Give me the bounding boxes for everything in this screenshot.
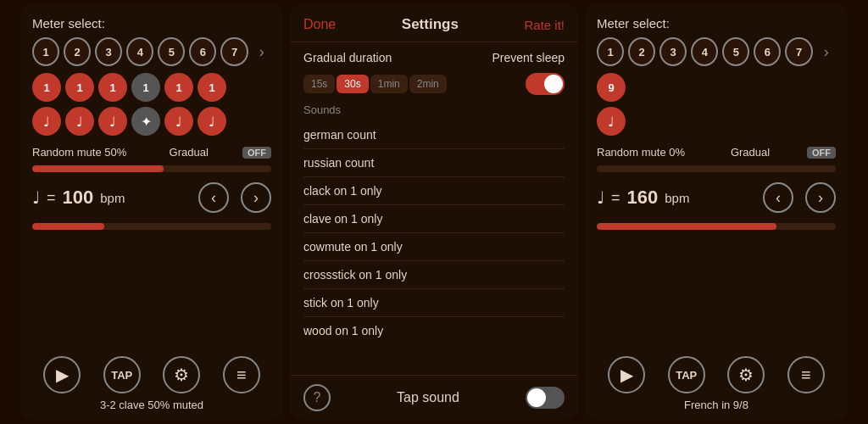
settings-body: Gradual duration Prevent sleep 15s 30s 1… [290, 42, 578, 375]
sound-item-russian[interactable]: russian count [303, 149, 565, 177]
meter-btn-6[interactable]: 6 [189, 37, 216, 66]
sound-item-clack[interactable]: clack on 1 only [303, 177, 565, 205]
right-settings-button[interactable]: ⚙ [727, 356, 765, 393]
beat-5[interactable]: 1 [164, 73, 193, 102]
meter-btn-7[interactable]: 7 [220, 37, 248, 66]
right-meter-btn-6[interactable]: 6 [754, 37, 781, 66]
center-panel: Done Settings Rate it! Gradual duration … [290, 4, 578, 420]
beat-2[interactable]: 1 [65, 73, 94, 102]
right-beat-9[interactable]: 9 [597, 73, 626, 102]
right-gradual-label: Gradual [731, 146, 770, 159]
meter-btn-2[interactable]: 2 [64, 37, 91, 66]
prevent-sleep-label: Prevent sleep [492, 51, 565, 64]
beat-6[interactable]: 1 [198, 73, 226, 102]
note-2[interactable]: ♩ [65, 107, 94, 136]
dur-2min-btn[interactable]: 2min [409, 75, 447, 93]
note-5[interactable]: ♩ [164, 107, 193, 136]
right-meter-btn-4[interactable]: 4 [691, 37, 718, 66]
settings-title: Settings [402, 16, 459, 33]
left-meter-row: 1 2 3 4 5 6 7 › [32, 37, 271, 66]
prevent-sleep-toggle[interactable] [526, 73, 565, 95]
right-meter-btn-2[interactable]: 2 [628, 37, 655, 66]
meter-btn-4[interactable]: 4 [126, 37, 153, 66]
left-bpm-progress-fill [32, 223, 104, 230]
right-bpm-decrease-btn[interactable]: ‹ [763, 182, 793, 213]
right-meter-row: 1 2 3 4 5 6 7 › [597, 37, 836, 66]
left-beat-row: 1 1 1 1 1 1 [32, 73, 271, 102]
help-button[interactable]: ? [303, 384, 331, 411]
left-bpm-equals: = [47, 189, 56, 207]
left-controls-row: Random mute 50% Gradual OFF [32, 146, 271, 159]
meter-chevron[interactable]: › [253, 37, 271, 66]
left-bpm-note-icon: ♩ [32, 187, 40, 208]
sound-item-stick[interactable]: stick on 1 only [303, 289, 565, 317]
note-6[interactable]: ♩ [198, 107, 226, 136]
duration-controls-row: 15s 30s 1min 2min [303, 73, 565, 95]
done-button[interactable]: Done [303, 17, 336, 32]
left-bpm-increase-btn[interactable]: › [241, 182, 271, 213]
right-meter-btn-3[interactable]: 3 [659, 37, 687, 66]
beat-1[interactable]: 1 [32, 73, 61, 102]
right-bpm-increase-btn[interactable]: › [805, 182, 836, 213]
left-settings-button[interactable]: ⚙ [163, 356, 200, 393]
right-meter-label: Meter select: [597, 16, 836, 31]
meter-btn-5[interactable]: 5 [158, 37, 185, 66]
right-controls-row: Random mute 0% Gradual OFF [597, 146, 836, 159]
right-mute-progress-bar [597, 165, 836, 172]
beat-3[interactable]: 1 [98, 73, 127, 102]
right-action-row: ▶ TAP ⚙ ≡ [597, 349, 836, 393]
duration-group: 15s 30s 1min 2min [303, 75, 447, 93]
tap-sound-label: Tap sound [397, 390, 459, 405]
right-gradual-off[interactable]: OFF [807, 147, 836, 159]
left-bpm-unit: bpm [100, 191, 125, 205]
sound-item-clave[interactable]: clave on 1 only [303, 205, 565, 233]
left-bpm-progress-bar[interactable] [32, 223, 271, 230]
sound-item-german[interactable]: german count [303, 121, 565, 149]
left-note-row: ♩ ♩ ♩ ✦ ♩ ♩ [32, 107, 271, 136]
right-bpm-equals: = [611, 189, 620, 207]
left-play-button[interactable]: ▶ [43, 356, 81, 393]
rate-button[interactable]: Rate it! [524, 18, 565, 32]
right-play-button[interactable]: ▶ [608, 356, 645, 393]
left-gradual-off[interactable]: OFF [242, 147, 271, 159]
note-3[interactable]: ♩ [98, 107, 127, 136]
right-note-1[interactable]: ♩ [597, 107, 626, 136]
prevent-sleep-knob [544, 75, 563, 93]
dur-15s-btn[interactable]: 15s [303, 75, 335, 93]
right-panel: Meter select: 1 2 3 4 5 6 7 › 9 ♩ Random… [585, 4, 848, 420]
center-header: Done Settings Rate it! [290, 4, 578, 42]
dur-30s-btn[interactable]: 30s [337, 75, 368, 93]
meter-btn-3[interactable]: 3 [95, 37, 122, 66]
gradual-duration-label: Gradual duration [303, 51, 392, 64]
beat-4[interactable]: 1 [131, 73, 160, 102]
right-tap-button[interactable]: TAP [668, 356, 705, 393]
right-random-mute-label: Random mute 0% [597, 146, 685, 159]
right-bpm-unit: bpm [665, 191, 689, 205]
right-bpm-progress-fill [597, 223, 776, 230]
left-list-button[interactable]: ≡ [223, 356, 260, 393]
right-meter-btn-5[interactable]: 5 [722, 37, 749, 66]
left-status-text: 3-2 clave 50% muted [32, 399, 271, 411]
right-meter-btn-7[interactable]: 7 [785, 37, 812, 66]
left-bpm-decrease-btn[interactable]: ‹ [198, 182, 229, 213]
left-bpm-row: ♩ = 100 bpm ‹ › [32, 182, 271, 213]
sound-item-crossstick[interactable]: crossstick on 1 only [303, 261, 565, 289]
dur-1min-btn[interactable]: 1min [370, 75, 408, 93]
sound-item-wood[interactable]: wood on 1 only [303, 317, 565, 344]
right-meter-chevron[interactable]: › [817, 37, 836, 66]
right-list-button[interactable]: ≡ [787, 356, 825, 393]
right-bpm-value: 160 [627, 187, 659, 209]
left-bpm-value: 100 [63, 187, 94, 209]
right-beat-9-row: 9 [597, 73, 836, 102]
left-mute-progress-fill [32, 165, 164, 172]
right-bpm-progress-bar[interactable] [597, 223, 836, 230]
note-1[interactable]: ♩ [32, 107, 61, 136]
note-4-muted[interactable]: ✦ [131, 107, 160, 136]
right-bpm-row: ♩ = 160 bpm ‹ › [597, 182, 836, 213]
right-meter-btn-1[interactable]: 1 [597, 37, 624, 66]
left-tap-button[interactable]: TAP [103, 356, 141, 393]
sound-item-cowmute[interactable]: cowmute on 1 only [303, 233, 565, 261]
tap-sound-toggle[interactable] [526, 387, 565, 409]
tap-sound-knob [527, 388, 546, 407]
meter-btn-1[interactable]: 1 [32, 37, 59, 66]
